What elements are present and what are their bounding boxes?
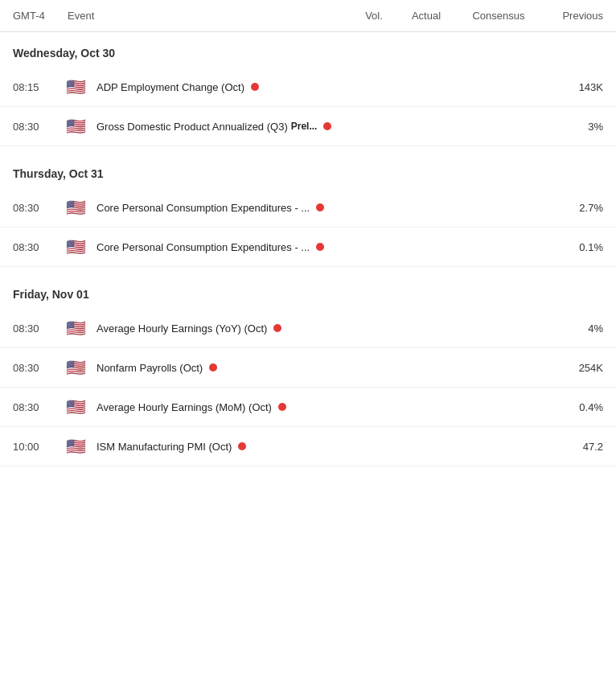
country-flag: 🇺🇸 — [61, 359, 90, 376]
table-header: GMT-4 Event Vol. Actual Consensus Previo… — [0, 0, 616, 32]
event-name: ISM Manufacturing PMI (Oct) — [97, 441, 232, 453]
previous-value: 4% — [539, 322, 603, 335]
volatility-dot — [273, 324, 281, 332]
event-time: 08:30 — [13, 401, 61, 413]
previous-value: 254K — [539, 362, 603, 374]
country-flag: 🇺🇸 — [61, 239, 90, 255]
previous-value: 0.1% — [539, 241, 603, 253]
table-row[interactable]: 08:15 🇺🇸 ADP Employment Change (Oct) 143… — [0, 68, 616, 107]
previous-col-header: Previous — [539, 10, 603, 22]
section-spacer — [0, 267, 616, 273]
volatility-dot — [209, 363, 217, 372]
event-time: 08:30 — [13, 121, 61, 133]
table-row[interactable]: 08:30 🇺🇸 Nonfarm Payrolls (Oct) 254K — [0, 348, 616, 388]
event-name-cell: Nonfarm Payrolls (Oct) — [90, 362, 394, 374]
day-header: Thursday, Oct 31 — [0, 153, 616, 188]
table-row[interactable]: 08:30 🇺🇸 Gross Domestic Product Annualiz… — [0, 107, 616, 146]
country-flag: 🇺🇸 — [61, 79, 90, 95]
previous-value: 143K — [539, 81, 603, 93]
event-badge: Prel... — [291, 121, 318, 132]
event-name-cell: Average Hourly Earnings (YoY) (Oct) — [90, 322, 394, 335]
country-flag: 🇺🇸 — [61, 438, 90, 454]
volatility-dot — [323, 122, 331, 130]
event-name-cell: Gross Domestic Product Annualized (Q3)Pr… — [90, 121, 394, 133]
timezone-label: GMT-4 — [13, 10, 61, 22]
event-name: Gross Domestic Product Annualized (Q3) — [97, 121, 288, 133]
event-time: 08:30 — [13, 202, 61, 214]
event-time: 08:15 — [13, 81, 61, 93]
day-header: Friday, Nov 01 — [0, 273, 616, 309]
event-name: Average Hourly Earnings (YoY) (Oct) — [97, 322, 267, 335]
previous-value: 47.2 — [539, 441, 603, 453]
event-name-cell: Average Hourly Earnings (MoM) (Oct) — [90, 401, 394, 413]
previous-value: 2.7% — [539, 202, 603, 214]
table-row[interactable]: 08:30 🇺🇸 Average Hourly Earnings (YoY) (… — [0, 309, 616, 348]
table-row[interactable]: 10:00 🇺🇸 ISM Manufacturing PMI (Oct) 47.… — [0, 427, 616, 466]
volatility-dot — [278, 403, 286, 411]
event-col-header: Event — [61, 10, 354, 22]
volatility-dot — [238, 442, 246, 450]
calendar-body: Wednesday, Oct 30 08:15 🇺🇸 ADP Employmen… — [0, 32, 616, 466]
event-name: Nonfarm Payrolls (Oct) — [97, 362, 203, 374]
country-flag: 🇺🇸 — [61, 399, 90, 415]
country-flag: 🇺🇸 — [61, 199, 90, 216]
section-spacer — [0, 146, 616, 153]
event-name: ADP Employment Change (Oct) — [97, 81, 244, 93]
event-name-cell: Core Personal Consumption Expenditures -… — [90, 202, 394, 214]
country-flag: 🇺🇸 — [61, 118, 90, 134]
previous-value: 3% — [539, 121, 603, 133]
event-name: Average Hourly Earnings (MoM) (Oct) — [97, 401, 272, 413]
day-header: Wednesday, Oct 30 — [0, 32, 616, 68]
volatility-dot — [251, 83, 259, 91]
country-flag: 🇺🇸 — [61, 320, 90, 336]
event-name-cell: ADP Employment Change (Oct) — [90, 81, 394, 93]
consensus-col-header: Consensus — [458, 10, 539, 22]
table-row[interactable]: 08:30 🇺🇸 Average Hourly Earnings (MoM) (… — [0, 388, 616, 427]
event-time: 08:30 — [13, 362, 61, 374]
table-row[interactable]: 08:30 🇺🇸 Core Personal Consumption Expen… — [0, 188, 616, 228]
previous-value: 0.4% — [539, 401, 603, 413]
event-time: 10:00 — [13, 441, 61, 453]
volatility-dot — [316, 243, 324, 251]
event-name: Core Personal Consumption Expenditures -… — [97, 202, 310, 214]
vol-col-header: Vol. — [354, 10, 394, 22]
event-name-cell: ISM Manufacturing PMI (Oct) — [90, 441, 394, 453]
actual-col-header: Actual — [394, 10, 458, 22]
event-time: 08:30 — [13, 241, 61, 253]
table-row[interactable]: 08:30 🇺🇸 Core Personal Consumption Expen… — [0, 228, 616, 267]
volatility-dot — [316, 203, 324, 211]
event-time: 08:30 — [13, 322, 61, 335]
event-name-cell: Core Personal Consumption Expenditures -… — [90, 241, 394, 253]
event-name: Core Personal Consumption Expenditures -… — [97, 241, 310, 253]
